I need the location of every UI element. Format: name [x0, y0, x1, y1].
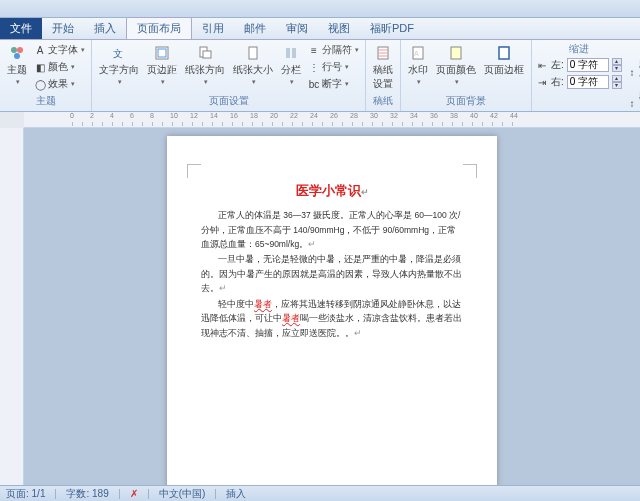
tab-mailings[interactable]: 邮件 — [234, 18, 276, 39]
space-before-icon: ↕ — [628, 66, 637, 78]
hyphenation-button[interactable]: bc断字▾ — [306, 76, 361, 92]
breaks-button[interactable]: ≡分隔符▾ — [306, 42, 361, 58]
indent-left-input[interactable] — [567, 58, 609, 72]
document-title[interactable]: 医学小常识↵ — [201, 180, 463, 202]
spin-up[interactable]: ▴ — [612, 58, 622, 65]
text-direction-button[interactable]: 文文字方向▾ — [96, 42, 142, 88]
group-page-background: A水印▾ 页面颜色▾ 页面边框 页面背景 — [401, 40, 532, 111]
page-size-icon — [244, 44, 262, 62]
page-borders-button[interactable]: 页面边框 — [481, 42, 527, 79]
font-icon: A — [34, 44, 46, 56]
margin-corner — [463, 164, 477, 178]
border-icon — [495, 44, 513, 62]
spin-down[interactable]: ▾ — [612, 65, 622, 72]
ribbon: 主题 ▾ A文字体▾ ◧颜色▾ ◯效果▾ 主题 文文字方向▾ 页边距▾ 纸张方向… — [0, 40, 640, 112]
paper-settings-button[interactable]: 稿纸 设置 — [370, 42, 396, 93]
group-paper: 稿纸 设置 稿纸 — [366, 40, 401, 111]
svg-text:A: A — [414, 50, 419, 57]
group-theme: 主题 ▾ A文字体▾ ◧颜色▾ ◯效果▾ 主题 — [0, 40, 92, 111]
svg-rect-10 — [292, 48, 296, 58]
svg-text:文: 文 — [113, 48, 123, 59]
palette-icon: ◧ — [34, 61, 46, 73]
svg-rect-17 — [451, 47, 461, 59]
break-icon: ≡ — [308, 44, 320, 56]
page-indicator[interactable]: 页面: 1/1 — [6, 487, 45, 501]
line-numbers-button[interactable]: ⋮行号▾ — [306, 59, 361, 75]
theme-fonts-button[interactable]: A文字体▾ — [32, 42, 87, 58]
theme-colors-button[interactable]: ◧颜色▾ — [32, 59, 87, 75]
svg-rect-8 — [249, 47, 257, 59]
spellcheck-error[interactable]: 暑者 — [282, 313, 300, 323]
svg-point-2 — [14, 53, 20, 59]
orientation-icon — [196, 44, 214, 62]
document-canvas[interactable]: 医学小常识↵ 正常人的体温是 36—37 摄氏度。正常人的心率是 60—100 … — [24, 128, 640, 485]
effects-icon: ◯ — [34, 78, 46, 90]
tab-review[interactable]: 审阅 — [276, 18, 318, 39]
group-page-setup: 文文字方向▾ 页边距▾ 纸张方向▾ 纸张大小▾ 分栏▾ ≡分隔符▾ ⋮行号▾ b… — [92, 40, 366, 111]
tab-references[interactable]: 引用 — [192, 18, 234, 39]
svg-point-0 — [11, 47, 17, 53]
svg-rect-7 — [203, 51, 211, 58]
proofing-icon[interactable]: ✗ — [130, 488, 138, 499]
margins-icon — [153, 44, 171, 62]
lineno-icon: ⋮ — [308, 61, 320, 73]
fill-icon — [447, 44, 465, 62]
titlebar — [0, 0, 640, 18]
orientation-button[interactable]: 纸张方向▾ — [182, 42, 228, 88]
watermark-button[interactable]: A水印▾ — [405, 42, 431, 88]
word-count[interactable]: 字数: 189 — [66, 487, 108, 501]
hyphen-icon: bc — [308, 78, 320, 90]
margin-corner — [187, 164, 201, 178]
insert-mode[interactable]: 插入 — [226, 487, 246, 501]
tab-page-layout[interactable]: 页面布局 — [126, 17, 192, 39]
group-paragraph: 缩进 ⇤左:▴▾ ⇥右:▴▾ 间距 ↕段前:▴▾ ↕段后:▴▾ 段落 — [532, 40, 640, 111]
paragraph[interactable]: 一旦中暑，无论是轻微的中暑，还是严重的中暑，降温是必须的。因为中暑产生的原因就是… — [201, 252, 463, 295]
svg-rect-18 — [499, 47, 509, 59]
tab-foxit-pdf[interactable]: 福昕PDF — [360, 18, 424, 39]
tab-insert[interactable]: 插入 — [84, 18, 126, 39]
grid-paper-icon — [374, 44, 392, 62]
page-color-button[interactable]: 页面颜色▾ — [433, 42, 479, 88]
spellcheck-error[interactable]: 暑者 — [254, 299, 272, 309]
paragraph[interactable]: 轻中度中暑者，应将其迅速转移到阴凉通风处静卧休息，以达迅降低体温，可让中暑者喝一… — [201, 297, 463, 340]
indent-right-input[interactable] — [567, 75, 609, 89]
status-bar: 页面: 1/1 字数: 189 ✗ 中文(中国) 插入 — [0, 485, 640, 501]
indent-right-icon: ⇥ — [536, 76, 548, 88]
watermark-icon: A — [409, 44, 427, 62]
columns-icon — [282, 44, 300, 62]
columns-button[interactable]: 分栏▾ — [278, 42, 304, 88]
text-direction-icon: 文 — [110, 44, 128, 62]
themes-icon — [8, 44, 26, 62]
indent-left-icon: ⇤ — [536, 59, 548, 71]
ribbon-tabs: 文件 开始 插入 页面布局 引用 邮件 审阅 视图 福昕PDF — [0, 18, 640, 40]
themes-button[interactable]: 主题 ▾ — [4, 42, 30, 88]
svg-point-1 — [17, 47, 23, 53]
vertical-ruler[interactable] — [0, 128, 24, 485]
tab-home[interactable]: 开始 — [42, 18, 84, 39]
chevron-down-icon: ▾ — [16, 78, 20, 86]
group-label: 主题 — [4, 93, 87, 109]
page-1[interactable]: 医学小常识↵ 正常人的体温是 36—37 摄氏度。正常人的心率是 60—100 … — [167, 136, 497, 485]
theme-effects-button[interactable]: ◯效果▾ — [32, 76, 87, 92]
tab-view[interactable]: 视图 — [318, 18, 360, 39]
tab-file[interactable]: 文件 — [0, 18, 42, 39]
horizontal-ruler[interactable] — [24, 112, 640, 128]
margins-button[interactable]: 页边距▾ — [144, 42, 180, 88]
language-indicator[interactable]: 中文(中国) — [159, 487, 206, 501]
paragraph[interactable]: 正常人的体温是 36—37 摄氏度。正常人的心率是 60—100 次/分钟，正常… — [201, 208, 463, 251]
space-after-icon: ↕ — [628, 97, 637, 109]
workspace: 医学小常识↵ 正常人的体温是 36—37 摄氏度。正常人的心率是 60—100 … — [0, 128, 640, 485]
svg-rect-9 — [286, 48, 290, 58]
size-button[interactable]: 纸张大小▾ — [230, 42, 276, 88]
